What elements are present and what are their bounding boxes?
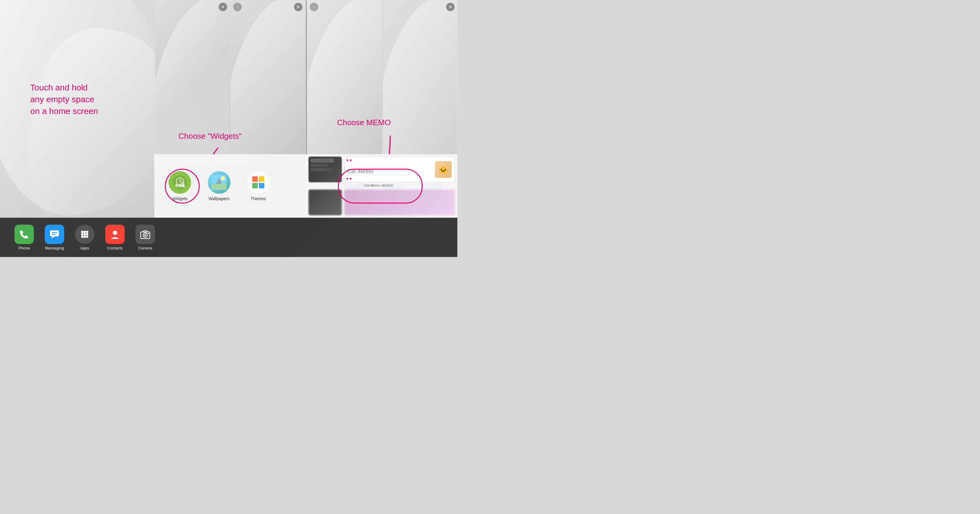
- svg-rect-14: [259, 176, 264, 182]
- blurred-widget-2[interactable]: [344, 190, 455, 215]
- svg-point-36: [81, 231, 83, 233]
- choose-memo-annotation: Choose MEMO: [337, 118, 391, 127]
- blurred-widget-1[interactable]: [309, 190, 342, 215]
- hearts-decoration-bottom: ♥ ♥: [346, 176, 352, 181]
- svg-point-42: [81, 236, 83, 238]
- svg-point-37: [83, 231, 86, 233]
- choose-widgets-annotation: Choose "Widgets": [178, 132, 242, 141]
- hearts-decoration: ♥ ♥: [346, 158, 352, 162]
- wallpapers-icon-wrap: [208, 171, 231, 194]
- themes-icon-wrap: [247, 171, 269, 194]
- svg-point-43: [83, 236, 86, 238]
- screen-close-4[interactable]: ✕: [446, 3, 455, 11]
- svg-point-41: [86, 233, 88, 236]
- svg-point-44: [86, 236, 88, 238]
- menu-item-themes[interactable]: Themes: [239, 168, 278, 204]
- screen-thumb-3[interactable]: ⌂: [307, 0, 382, 165]
- svg-point-39: [81, 233, 83, 236]
- svg-marker-35: [51, 236, 55, 238]
- widgets-icon: [172, 175, 188, 190]
- cat-memo-subtitle: Cat Memo Lite(4x1): [309, 184, 455, 187]
- screen-close-1[interactable]: ✕: [219, 3, 227, 11]
- apps-icon: [75, 225, 94, 244]
- messaging-label: Messaging: [45, 246, 64, 251]
- cat-memo-widget[interactable]: ♥ ♥ ♥ ♥ Cat Memo 🐱: [344, 157, 455, 182]
- svg-point-48: [144, 234, 146, 236]
- cat-image: 🐱: [435, 161, 452, 178]
- themes-icon: [251, 175, 266, 190]
- wallpapers-icon: [212, 175, 227, 190]
- svg-rect-16: [259, 183, 264, 188]
- svg-point-50: [148, 233, 149, 234]
- screen-thumb-4[interactable]: ✕: [383, 0, 458, 165]
- cat-memo-title-text: Cat Memo: [348, 165, 433, 175]
- apps-label: Apps: [80, 246, 89, 251]
- menu-item-widgets[interactable]: Widgets: [160, 168, 200, 204]
- svg-rect-49: [143, 231, 147, 232]
- svg-rect-15: [252, 183, 258, 188]
- svg-point-0: [173, 175, 187, 190]
- widget-row-top: ♥ ♥ ♥ ♥ Cat Memo 🐱: [309, 157, 455, 182]
- dark-widget-thumb[interactable]: [309, 157, 342, 182]
- svg-point-4: [175, 184, 178, 187]
- svg-rect-13: [252, 176, 258, 182]
- menu-item-wallpapers[interactable]: Wallpapers: [200, 168, 239, 204]
- widgets-label: Widgets: [172, 196, 188, 201]
- phone-icon: [14, 225, 34, 244]
- camera-icon: [135, 225, 155, 244]
- svg-point-45: [113, 231, 117, 235]
- contacts-icon: [105, 225, 125, 244]
- widget-thumbs-panel: ♥ ♥ ♥ ♥ Cat Memo 🐱 Cat Memo Lite(4x1): [306, 154, 457, 218]
- widget-row-bottom: [309, 190, 455, 215]
- screen-home-3: ⌂: [310, 3, 318, 11]
- dock-item-phone[interactable]: Phone: [9, 225, 39, 251]
- svg-rect-10: [212, 184, 227, 190]
- messaging-icon: [45, 225, 64, 244]
- svg-rect-32: [50, 230, 59, 236]
- svg-point-40: [83, 233, 86, 236]
- instruction-text: Touch and hold any empty space on a home…: [30, 82, 98, 117]
- screen-home-2: ⌂: [233, 3, 242, 11]
- wallpapers-label: Wallpapers: [208, 196, 229, 201]
- camera-label: Camera: [138, 246, 152, 251]
- dock-item-messaging[interactable]: Messaging: [39, 225, 70, 251]
- dock-item-apps[interactable]: Apps: [70, 225, 100, 251]
- contacts-label: Contacts: [107, 246, 123, 251]
- dock-item-camera[interactable]: Camera: [130, 225, 160, 251]
- screen-close-2[interactable]: ✕: [294, 3, 302, 11]
- phone-label: Phone: [18, 246, 30, 251]
- svg-point-38: [86, 231, 88, 233]
- dock-bar: Phone Messaging Apps: [0, 218, 457, 257]
- themes-label: Themes: [250, 196, 266, 201]
- widgets-icon-wrap: [169, 171, 191, 194]
- svg-point-12: [221, 176, 225, 181]
- dock-item-contacts[interactable]: Contacts: [100, 225, 130, 251]
